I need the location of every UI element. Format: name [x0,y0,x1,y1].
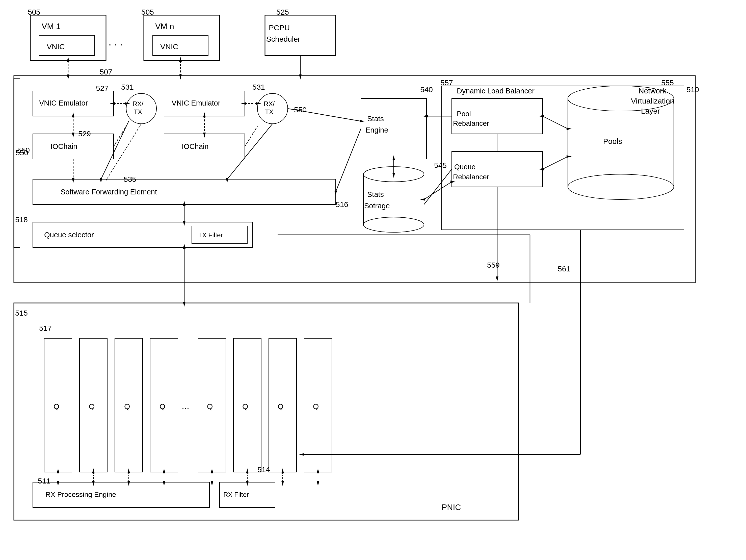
pnic-label: PNIC [442,503,461,512]
rxtx-left-label2: TX [134,108,142,116]
ref-557: 557 [440,79,453,87]
pools-label: Pools [603,137,622,145]
q1-label: Q [54,402,59,411]
rx-engine-label: RX Processing Engine [46,491,116,498]
ref-511: 511 [38,477,51,485]
pcpu-label: PCPU [269,24,290,32]
ref-527: 527 [96,84,109,92]
ref-507: 507 [100,68,112,76]
txfilter-label: TX Filter [198,231,223,239]
sfe-label: Software Forwarding Element [61,188,157,196]
ref-555: 555 [661,79,674,87]
stats-engine-label1: Stats [367,115,384,123]
ref-531-right: 531 [252,83,265,91]
rxtx-right-label1: RX/ [264,100,275,108]
stats-storage-label2: Sotrage [364,202,390,210]
ref-505-left: 505 [28,8,40,16]
diagram-container: 505 505 507 510 511 514 515 516 517 518 … [0,0,746,560]
dlb-label: Dynamic Load Balancer [457,87,535,95]
nvl-label1: Network [638,87,666,95]
iochain-right-label: IOChain [182,142,208,150]
svg-point-24 [568,174,674,199]
queue-rebalancer-label1: Queue [454,163,476,171]
diagram-svg: 505 505 507 510 511 514 515 516 517 518 … [0,0,746,560]
ref-531-left: 531 [121,83,134,91]
rxtx-left-label1: RX/ [133,100,144,108]
vnic-emulator-left-label: VNIC Emulator [39,99,88,107]
q5-label: Q [207,402,213,411]
vnic-emulator-right-label: VNIC Emulator [172,99,221,107]
vnicn-label: VNIC [160,43,178,51]
vm1-label: VM 1 [41,22,61,31]
q4-label: Q [160,402,165,411]
ref-559: 559 [487,261,500,269]
ref-550-bracket: 550 [16,148,28,157]
ref-550-right: 550 [294,106,307,114]
nvl-label3: Layer [641,107,660,115]
ref-535: 535 [124,175,136,183]
q7-label: Q [278,402,283,411]
q6-label: Q [242,402,248,411]
stats-engine-label2: Engine [366,126,388,134]
q3-label: Q [124,402,130,411]
ref-518: 518 [15,215,28,224]
ref-515: 515 [15,309,28,317]
q-ellipsis: ... [182,401,189,411]
ellipsis: . . . [109,36,123,48]
vmn-label: VM n [155,22,174,31]
q2-label: Q [89,402,95,411]
ref-561: 561 [558,264,570,273]
qs-label: Queue selector [44,231,94,239]
ref-510: 510 [686,85,699,94]
ref-514: 514 [257,465,270,474]
ref-529: 529 [78,130,91,138]
stats-storage-label1: Stats [367,190,384,198]
pool-rebalancer-label2: Rebalancer [453,119,489,127]
ref-540: 540 [420,85,433,94]
queue-rebalancer-label2: Rebalancer [453,173,489,181]
ref-525: 525 [276,8,289,16]
scheduler-label: Scheduler [266,35,300,43]
nvl-label2: Virtualization [631,97,674,105]
rx-filter-label: RX Filter [223,491,249,498]
iochain-left-label: IOChain [51,142,77,150]
vnic1-label: VNIC [47,43,65,51]
ref-505-right: 505 [141,8,154,16]
svg-point-18 [364,217,424,232]
ref-545: 545 [434,161,447,169]
pool-rebalancer-label1: Pool [457,110,471,118]
ref-516: 516 [336,200,348,208]
ref-517: 517 [39,324,52,332]
rxtx-right-label2: TX [265,108,273,116]
q8-label: Q [313,402,319,411]
